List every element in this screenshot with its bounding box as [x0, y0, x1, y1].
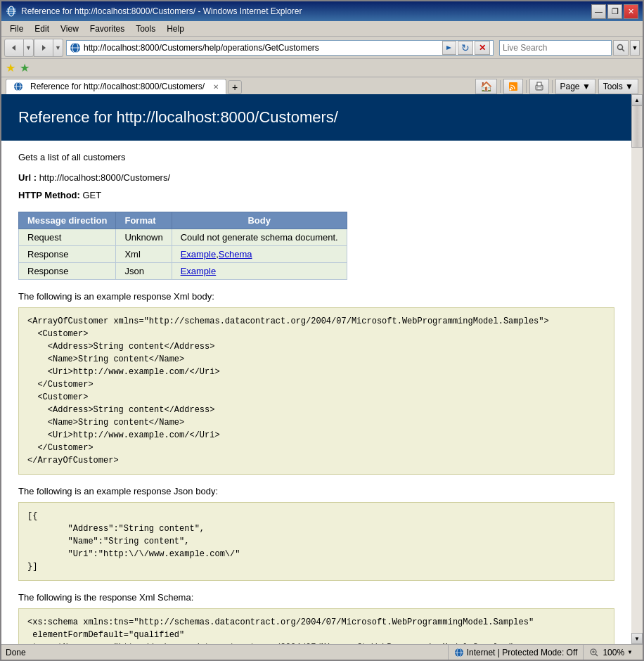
title-bar: Reference for http://localhost:8000/Cust… — [1, 1, 643, 21]
svg-line-12 — [622, 49, 625, 51]
page-title: Reference for http://localhost:8000/Cust… — [18, 108, 614, 127]
page-description: Gets a list of all customers — [18, 152, 614, 162]
row1-format: Unknown — [116, 229, 172, 246]
json-example-link[interactable]: Example — [181, 266, 217, 276]
close-button[interactable]: ✕ — [624, 4, 638, 19]
method-value: GET — [82, 190, 101, 200]
address-input[interactable]: http://localhost:8000/Customers/help/ope… — [84, 43, 442, 53]
minimize-button[interactable]: — — [591, 4, 606, 19]
content-wrapper: Reference for http://localhost:8000/Cust… — [1, 94, 643, 644]
table-header-format: Format — [116, 212, 172, 229]
print-button[interactable] — [529, 79, 549, 94]
row3-direction: Response — [19, 263, 116, 280]
address-bar: ▼ ▼ http://localhost:8000/Customers/help… — [1, 37, 643, 59]
table-row: Request Unknown Could not generate schem… — [19, 229, 347, 246]
search-button[interactable] — [613, 40, 629, 56]
window-title: Reference for http://localhost:8000/Cust… — [21, 6, 591, 16]
row3-body: Example — [172, 263, 347, 280]
schema-code-block: <xs:schema xmlns:tns="http://schemas.dat… — [18, 608, 614, 644]
json-code-block: [{ "Address":"String content", "Name":"S… — [18, 502, 614, 581]
svg-marker-10 — [446, 46, 451, 50]
nav-buttons: ▼ ▼ — [4, 39, 63, 57]
search-area: ▼ — [499, 40, 640, 56]
search-input[interactable] — [499, 40, 612, 56]
xml-schema-link[interactable]: Schema — [219, 249, 252, 259]
menu-file[interactable]: File — [4, 23, 29, 35]
scrollbar-thumb[interactable] — [631, 105, 643, 148]
menu-favorites[interactable]: Favorites — [84, 23, 130, 35]
table-row: Response Xml Example,Schema — [19, 246, 347, 263]
xml-code-block: <ArrayOfCustomer xmlns="http://schemas.d… — [18, 307, 614, 475]
row2-direction: Response — [19, 246, 116, 263]
content-area: Reference for http://localhost:8000/Cust… — [1, 94, 631, 644]
url-line: Url : http://localhost:8000/Customers/ — [18, 172, 614, 183]
schema-section-label: The following is the response Xml Schema… — [18, 592, 614, 603]
window-frame: Reference for http://localhost:8000/Cust… — [0, 0, 644, 661]
url-value: http://localhost:8000/Customers/ — [39, 172, 170, 183]
scrollbar: ▲ ▼ — [631, 94, 643, 644]
scroll-down-button[interactable]: ▼ — [631, 633, 643, 644]
url-label: Url : — [18, 172, 39, 183]
svg-marker-5 — [12, 45, 15, 51]
refresh-button[interactable]: ↻ — [458, 41, 473, 55]
forward-button[interactable] — [34, 39, 53, 57]
svg-rect-20 — [537, 87, 541, 89]
menu-help[interactable]: Help — [161, 23, 190, 35]
internet-zone: Internet | Protected Mode: Off — [448, 645, 584, 660]
status-bar: Done Internet | Protected Mode: Off 100%… — [1, 644, 643, 660]
table-row: Response Json Example — [19, 263, 347, 280]
xml-example-link[interactable]: Example — [181, 249, 217, 259]
tab-label: Reference for http://localhost:8000/Cust… — [30, 82, 205, 91]
zoom-control[interactable]: 100% ▼ — [583, 645, 638, 660]
forward-dropdown[interactable]: ▼ — [53, 39, 63, 57]
row2-format: Xml — [116, 246, 172, 263]
page-body: Gets a list of all customers Url : http:… — [1, 141, 631, 644]
search-dropdown[interactable]: ▼ — [630, 40, 640, 56]
back-dropdown[interactable]: ▼ — [24, 39, 34, 57]
menu-bar: File Edit View Favorites Tools Help — [1, 21, 643, 37]
internet-label: Internet | Protected Mode: Off — [467, 648, 578, 657]
new-tab-button[interactable]: + — [228, 80, 242, 94]
row3-format: Json — [116, 263, 172, 280]
feeds-button[interactable] — [503, 79, 523, 94]
favorites-bar: ★ ★ — [1, 59, 643, 77]
svg-line-25 — [595, 654, 598, 656]
json-section-label: The following is an example response Jso… — [18, 486, 614, 496]
svg-rect-19 — [537, 82, 541, 86]
zoom-label: 100% — [603, 648, 624, 657]
tab-close-button[interactable]: ✕ — [213, 83, 219, 91]
menu-tools[interactable]: Tools — [130, 23, 161, 35]
method-label: HTTP Method: — [18, 190, 82, 200]
menu-edit[interactable]: Edit — [29, 23, 55, 35]
go-button[interactable] — [442, 41, 456, 55]
stop-button[interactable]: ✕ — [475, 41, 490, 55]
status-text: Done — [6, 648, 448, 657]
zoom-dropdown-icon[interactable]: ▼ — [627, 649, 633, 655]
back-button[interactable] — [4, 39, 24, 57]
row1-direction: Request — [19, 229, 116, 246]
favorite-star-1[interactable]: ★ — [6, 61, 15, 75]
row2-body: Example,Schema — [172, 246, 347, 263]
active-tab[interactable]: Reference for http://localhost:8000/Cust… — [6, 79, 226, 94]
svg-point-11 — [618, 44, 623, 49]
method-line: HTTP Method: GET — [18, 190, 614, 200]
favorite-star-2[interactable]: ★ — [20, 61, 30, 75]
table-header-body: Body — [172, 212, 347, 229]
ie-icon — [6, 6, 17, 17]
scrollbar-track[interactable] — [631, 105, 643, 633]
svg-point-17 — [509, 89, 511, 91]
page-header: Reference for http://localhost:8000/Cust… — [1, 94, 631, 141]
scroll-up-button[interactable]: ▲ — [631, 94, 643, 105]
message-table: Message direction Format Body Request Un… — [18, 212, 347, 280]
window-controls: — ❐ ✕ — [591, 4, 638, 19]
table-header-direction: Message direction — [19, 212, 116, 229]
tools-button[interactable]: Tools ▼ — [598, 79, 638, 94]
tab-bar: Reference for http://localhost:8000/Cust… — [1, 77, 643, 94]
svg-marker-6 — [42, 45, 46, 51]
menu-view[interactable]: View — [55, 23, 84, 35]
home-button[interactable]: 🏠 — [475, 79, 497, 94]
restore-button[interactable]: ❐ — [607, 4, 622, 19]
row1-body: Could not generate schema document. — [172, 229, 347, 246]
xml-section-label: The following is an example response Xml… — [18, 291, 614, 302]
page-button[interactable]: Page ▼ — [555, 79, 595, 94]
